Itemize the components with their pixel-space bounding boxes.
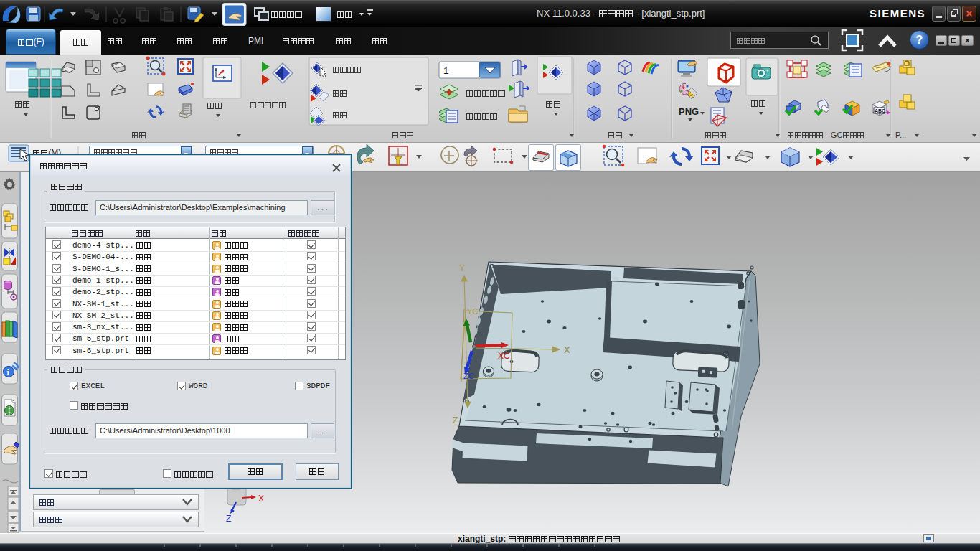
svg-text:1: 1: [443, 65, 448, 76]
svg-text:Z: Z: [453, 415, 458, 425]
svg-text:X: X: [258, 494, 264, 504]
svg-text:Y: Y: [459, 263, 465, 273]
svg-text:X: X: [564, 344, 570, 355]
svg-text:YC: YC: [467, 307, 478, 316]
svg-text:ZC: ZC: [463, 372, 474, 380]
svg-text:XC: XC: [498, 351, 510, 361]
svg-text:Z: Z: [226, 514, 231, 524]
svg-text:ABC: ABC: [875, 108, 885, 113]
